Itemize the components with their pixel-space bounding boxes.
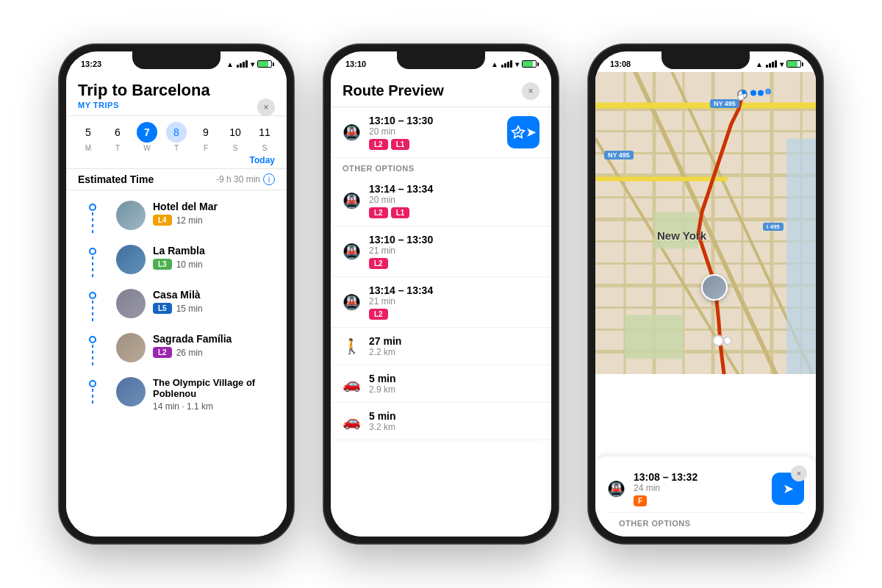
map-container[interactable]: New York NY 495 NY 495 I 495 <box>595 72 816 374</box>
transit-icon-1: 🚇 <box>343 192 360 209</box>
signal-bars-3 <box>766 60 777 68</box>
stop-avatar-2 <box>116 245 146 274</box>
route-time-1: 13:14 – 13:34 <box>369 183 539 195</box>
drive-icon-1: 🚗 <box>343 375 360 392</box>
route-option-drive-2[interactable]: 🚗 5 min 3.2 km <box>331 403 551 440</box>
ny-city-label: New York <box>657 229 706 242</box>
estimated-time-row: Estimated Time -9 h 30 min i <box>66 168 287 190</box>
drive-time-1: 5 min <box>369 373 539 384</box>
cal-day-8[interactable]: 8 T <box>166 122 187 152</box>
battery-1 <box>257 60 272 68</box>
drive-time-2: 5 min <box>369 410 539 422</box>
highway-ny495-1: NY 495 <box>710 99 739 108</box>
cal-day-10[interactable]: 10 S <box>225 122 245 152</box>
svg-rect-24 <box>786 138 816 373</box>
other-options-label-2: OTHER OPTIONS <box>331 158 551 176</box>
primary-route-duration: 20 min <box>369 126 498 137</box>
notch-2 <box>397 51 485 69</box>
transit-time-3: 15 min <box>176 304 203 314</box>
cal-day-9[interactable]: 9 F <box>196 122 216 152</box>
trip-header: Trip to Barcelona MY TRIPS × <box>66 72 287 116</box>
stop-hotel-del-mar[interactable]: Hotel del Mar L4 12 min <box>66 196 287 240</box>
route-option-1[interactable]: 🚇 13:14 – 13:34 20 min L2 L1 <box>331 176 551 226</box>
route-option-3[interactable]: 🚇 13:14 – 13:34 21 min L2 <box>331 277 551 328</box>
transit-icon-2: 🚇 <box>343 243 360 260</box>
screen-1: Trip to Barcelona MY TRIPS × 5 M 6 T 7 W <box>66 72 287 537</box>
notch-3 <box>662 51 750 69</box>
cal-day-5[interactable]: 5 M <box>78 122 98 152</box>
cal-day-11[interactable]: 11 S <box>254 122 275 152</box>
route-option-drive-1[interactable]: 🚗 5 min 2.9 km <box>331 365 551 403</box>
location-icon-3: ▲ <box>756 60 763 68</box>
transit-badge-2: L3 <box>153 259 172 270</box>
stop-connector-3 <box>78 289 107 324</box>
stop-casa-mila[interactable]: Casa Milà L5 15 min <box>66 284 287 329</box>
svg-point-34 <box>724 337 731 344</box>
stop-connector-1 <box>78 201 107 236</box>
walk-icon: 🚶 <box>343 337 360 355</box>
highway-495: I 495 <box>763 223 784 231</box>
drive-distance-2: 3.2 km <box>369 422 539 432</box>
badge-l2-1: L2 <box>369 207 388 218</box>
location-icon-2: ▲ <box>491 60 498 68</box>
stop-name-1: Hotel del Mar <box>153 201 275 212</box>
close-button-3[interactable]: × <box>791 465 807 481</box>
stop-name-5: The Olympic Village of Poblenou <box>153 377 275 399</box>
calendar-strip: 5 M 6 T 7 W 8 T 9 F <box>66 116 287 155</box>
drive-distance-1: 2.9 km <box>369 384 539 395</box>
route-title-2: Route Preview <box>343 82 539 99</box>
trip-subtitle: MY TRIPS <box>78 101 275 110</box>
transit-time-2: 10 min <box>176 259 203 270</box>
transit-time-4: 26 min <box>176 348 203 358</box>
svg-point-30 <box>750 90 756 96</box>
sheet-route-duration: 24 min <box>634 483 763 493</box>
stop-sagrada-familia[interactable]: Sagrada Família L2 26 min <box>66 329 287 373</box>
battery-2 <box>522 60 537 68</box>
map-avatar <box>701 274 728 301</box>
svg-rect-26 <box>625 315 684 359</box>
svg-point-33 <box>713 335 723 345</box>
location-icon: ▲ <box>226 60 234 68</box>
svg-point-29 <box>742 90 746 94</box>
primary-badge-l2: L2 <box>369 139 388 150</box>
route-option-walk[interactable]: 🚶 27 min 2.2 km <box>331 328 551 365</box>
badge-l2-2: L2 <box>369 258 388 269</box>
wifi-icon-3: ▾ <box>780 60 784 68</box>
phone-3: 13:08 ▲ ▾ <box>588 44 823 544</box>
svg-point-32 <box>765 88 771 94</box>
map-background: New York NY 495 NY 495 I 495 <box>595 72 816 374</box>
route-option-primary[interactable]: 🚇 13:10 – 13:30 20 min L2 L1 ➤ <box>331 107 551 158</box>
transit-badge-4: L2 <box>153 347 172 358</box>
route-option-2[interactable]: 🚇 13:10 – 13:30 21 min L2 <box>331 226 551 277</box>
primary-badge-l1: L1 <box>391 139 410 150</box>
close-button-2[interactable]: × <box>522 82 539 100</box>
primary-route-time: 13:10 – 13:30 <box>369 115 498 126</box>
phone-1: 13:23 ▲ ▾ Trip to Barcelona MY TRIPS × <box>59 44 294 544</box>
wifi-icon-2: ▾ <box>515 60 519 68</box>
estimated-time-value: -9 h 30 min i <box>216 173 275 185</box>
trip-title: Trip to Barcelona <box>78 81 275 100</box>
stop-la-rambla[interactable]: La Rambla L3 10 min <box>66 240 287 284</box>
info-icon[interactable]: i <box>263 173 275 185</box>
stop-name-2: La Rambla <box>153 245 275 257</box>
route-duration-3: 21 min <box>369 296 539 306</box>
screen-2: Route Preview × 🚇 13:10 – 13:30 20 min L… <box>331 72 551 537</box>
stop-name-4: Sagrada Família <box>153 333 275 345</box>
transit-icon-primary: 🚇 <box>343 123 360 141</box>
route-sheet-primary[interactable]: 🚇 13:08 – 13:32 24 min F ➤ <box>607 465 804 513</box>
go-button-primary[interactable]: ➤ <box>507 116 539 148</box>
close-button-1[interactable]: × <box>257 98 275 116</box>
stop-connector-5 <box>78 377 107 405</box>
cal-day-6[interactable]: 6 T <box>107 122 128 152</box>
transit-time-5: 14 min · 1.1 km <box>153 401 213 412</box>
stop-olympic-village[interactable]: The Olympic Village of Poblenou 14 min ·… <box>66 373 287 416</box>
route-time-2: 13:10 – 13:30 <box>369 234 539 245</box>
phone-2: 13:10 ▲ ▾ Route Preview × <box>323 44 559 544</box>
notch-1 <box>132 51 220 69</box>
cal-day-7[interactable]: 7 W <box>137 122 157 152</box>
screen-3: New York NY 495 NY 495 I 495 × 🚇 13:08 –… <box>595 72 816 537</box>
transit-icon-3: 🚇 <box>343 293 360 311</box>
drive-icon-2: 🚗 <box>343 412 360 430</box>
status-time-1: 13:23 <box>81 60 101 68</box>
stop-avatar-3 <box>116 289 146 318</box>
